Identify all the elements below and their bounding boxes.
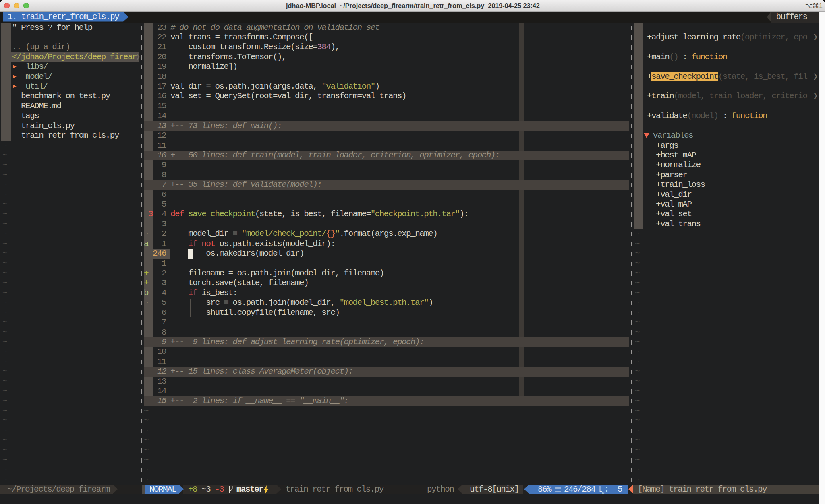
- svg-text:N: N: [602, 491, 605, 494]
